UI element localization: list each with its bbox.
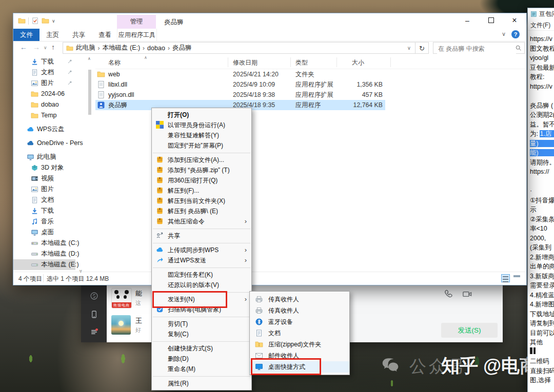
- sidebar-item[interactable]: OneDrive - Pers: [13, 138, 75, 149]
- sidebar-item[interactable]: 本地磁盘 (C:): [13, 238, 75, 249]
- up-arrow-icon[interactable]: ↑: [51, 43, 55, 51]
- context-menu-item[interactable]: 剪切(T): [152, 319, 251, 329]
- context-menu-item[interactable]: 添加到 “炎品狮.zip” (T): [152, 165, 251, 175]
- context-menu-item[interactable]: 重命名(M): [152, 364, 251, 374]
- tab-3[interactable]: 查看: [92, 29, 118, 41]
- context-menu-item[interactable]: 其他压缩命令›: [152, 216, 251, 226]
- context-menu-item[interactable]: 创建快捷方式(S): [152, 343, 251, 354]
- manage-ribbon-group[interactable]: 管理: [117, 15, 156, 29]
- tab-file[interactable]: 文件: [13, 29, 39, 41]
- context-menu-item[interactable]: 用360压缩打开(Q): [152, 175, 251, 185]
- file-type: 文件夹: [295, 69, 314, 79]
- sidebar-item[interactable]: Temp: [13, 110, 75, 121]
- context-menu-item[interactable]: 共享: [152, 231, 251, 241]
- sidebar-item[interactable]: 此电脑: [13, 152, 75, 162]
- sidebar-item[interactable]: 文档: [13, 67, 75, 78]
- qat-chevron-down-icon[interactable]: ∨: [52, 18, 55, 24]
- file-row[interactable]: yyjson.dll2025/4/18 9:38应用程序扩展457 KB: [95, 90, 385, 100]
- context-menu-item[interactable]: 解压到(F)...: [152, 185, 251, 196]
- context-menu-item[interactable]: 属性(R): [152, 378, 251, 388]
- sidebar-item[interactable]: 图片: [13, 184, 75, 195]
- thumbnail-view-button[interactable]: [512, 274, 521, 282]
- breadcrumb[interactable]: ∨ 此电脑›本地磁盘 (E:)›dobao›炎品狮: [63, 42, 416, 54]
- sidebar-item[interactable]: WPS云盘: [13, 124, 75, 135]
- folder-icon[interactable]: [42, 17, 49, 25]
- pictures-icon: [31, 185, 38, 193]
- tab-1[interactable]: 主页: [39, 29, 66, 41]
- folder-icon[interactable]: [18, 17, 26, 25]
- details-view-button[interactable]: [501, 274, 510, 282]
- sidebar-item[interactable]: 图片: [13, 78, 75, 89]
- context-menu-item[interactable]: 固定到“开始”屏幕(P): [152, 140, 251, 151]
- column-header[interactable]: 修改日期: [233, 58, 258, 67]
- scroll-up-icon[interactable]: ∧: [88, 56, 91, 61]
- send-to-item[interactable]: 传真收件人: [250, 294, 349, 305]
- mobile-icon[interactable]: [90, 310, 98, 319]
- close-button[interactable]: ×: [503, 13, 526, 28]
- send-to-item[interactable]: 传真收件人: [250, 305, 349, 316]
- mail-icon: [255, 352, 263, 360]
- breadcrumb-segment[interactable]: 本地磁盘 (E:): [100, 44, 143, 52]
- sidebar-item[interactable]: 桌面: [13, 227, 75, 238]
- sidebar-item[interactable]: dobao: [13, 99, 75, 110]
- refresh-icon[interactable]: ↻: [416, 42, 429, 54]
- notepad-menu-file[interactable]: 文件(F): [528, 20, 554, 31]
- sidebar-item[interactable]: 音乐: [13, 216, 75, 227]
- phone-icon[interactable]: [443, 289, 453, 299]
- notepad-text[interactable]: https://v图文教程vjoo/gl豆包最新教程:https://v炎品狮 …: [528, 31, 554, 385]
- sidebar-item[interactable]: 2024-06: [13, 89, 75, 99]
- context-menu-item[interactable]: 兼容性疑难解答(Y): [152, 130, 251, 140]
- file-date: 2025/4/18 9:38: [233, 90, 275, 100]
- context-menu-item[interactable]: 删除(D): [152, 354, 251, 364]
- search-input[interactable]: [437, 43, 516, 54]
- column-header[interactable]: 名称: [108, 58, 121, 67]
- send-to-item[interactable]: 蓝牙设备: [250, 316, 349, 327]
- sidebar-item[interactable]: 下载: [13, 205, 75, 216]
- context-menu-item[interactable]: 通过WPS发送›: [152, 255, 251, 265]
- context-menu-item[interactable]: 上传或同步到WPS›: [152, 245, 251, 255]
- link-icon[interactable]: [90, 292, 98, 300]
- sidebar-item[interactable]: 本地磁盘 (E:): [13, 259, 75, 270]
- breadcrumb-segment[interactable]: dobao: [145, 45, 168, 52]
- minimize-button[interactable]: –: [456, 13, 479, 28]
- column-header[interactable]: 大小: [352, 58, 364, 67]
- check-doc-icon[interactable]: [31, 17, 39, 25]
- context-menu-item[interactable]: 固定到任务栏(K): [152, 270, 251, 280]
- sidebar-item[interactable]: 本地磁盘 (D:): [13, 249, 75, 259]
- column-header[interactable]: 类型: [295, 58, 308, 67]
- context-menu-item[interactable]: 添加到压缩文件(A)...: [152, 155, 251, 165]
- file-row[interactable]: libxl.dll2025/4/9 10:09应用程序扩展1,356 KB: [95, 79, 385, 90]
- send-to-item[interactable]: 压缩(zipped)文件夹: [250, 339, 349, 350]
- send-to-item[interactable]: 文档: [250, 327, 349, 339]
- send-to-item[interactable]: 桌面快捷方式: [250, 361, 349, 373]
- file-row[interactable]: web2025/4/21 14:20文件夹: [95, 69, 385, 79]
- history-chevron-icon[interactable]: ∨: [44, 45, 47, 50]
- dll-icon: [97, 91, 105, 99]
- help-button[interactable]: ?: [511, 30, 520, 38]
- wechat-send-button[interactable]: 发送(S): [441, 323, 498, 338]
- maximize-button[interactable]: [479, 13, 503, 28]
- sidebar-scrollbar[interactable]: [88, 70, 91, 115]
- send-to-item[interactable]: 邮件收件人: [250, 350, 349, 361]
- context-menu-item[interactable]: 解压到 炎品狮\ (E): [152, 206, 251, 216]
- tab-app-tools[interactable]: 应用程序工具: [117, 29, 157, 41]
- context-menu-item[interactable]: 复制(C): [152, 329, 251, 339]
- address-chevron-icon[interactable]: ∨: [407, 45, 411, 51]
- context-menu-item[interactable]: 以管理员身份运行(A): [152, 120, 251, 130]
- breadcrumb-segment[interactable]: 炎品狮: [170, 44, 194, 52]
- context-menu-item[interactable]: 还原以前的版本(V): [152, 280, 251, 290]
- tab-2[interactable]: 共享: [66, 29, 92, 41]
- sidebar-item[interactable]: 视频: [13, 173, 75, 184]
- ribbon-collapse-icon[interactable]: ∨: [502, 31, 506, 37]
- context-menu-item[interactable]: 解压到当前文件夹(X): [152, 196, 251, 206]
- context-menu-item[interactable]: 扫描病毒(电脑管家): [152, 304, 251, 315]
- breadcrumb-segment[interactable]: 此电脑: [73, 44, 98, 52]
- sidebar-item[interactable]: 下载: [13, 56, 75, 67]
- back-arrow-icon[interactable]: ←: [20, 43, 27, 51]
- sidebar-item[interactable]: 3D 对象: [13, 162, 75, 173]
- video-call-icon[interactable]: [462, 289, 472, 299]
- menu-icon[interactable]: [90, 327, 98, 336]
- sidebar-item[interactable]: 文档: [13, 195, 75, 205]
- context-menu-item[interactable]: 发送到(N)›: [152, 294, 251, 304]
- context-menu-item[interactable]: 打开(O): [152, 110, 251, 120]
